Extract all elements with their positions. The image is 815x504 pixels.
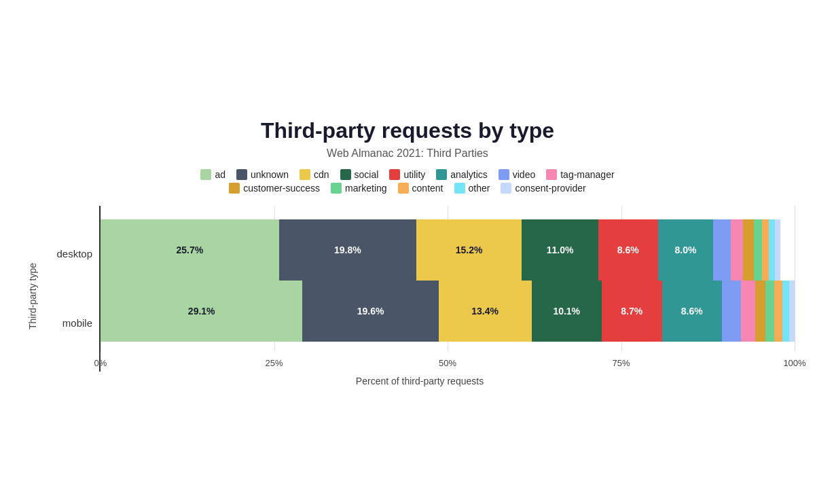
bar-label-desktop-unknown: 19.8% <box>334 245 361 255</box>
legend-label-analytics: analytics <box>450 169 487 180</box>
bar-row-desktop: 25.7%19.8%15.2%11.0%8.6%8.0% <box>101 219 795 281</box>
bar-segment-desktop-marketing <box>754 219 762 281</box>
bar-segment-desktop-content <box>762 219 769 281</box>
bar-segment-desktop-cdn: 15.2% <box>416 219 522 281</box>
grid-line-100 <box>795 206 795 351</box>
legend-label-content: content <box>412 183 443 194</box>
legend-item-content: content <box>398 183 443 194</box>
legend-label-cdn: cdn <box>314 169 329 180</box>
chart-inner: desktopmobile 25.7%19.8%15.2%11.0%8.6%8.… <box>45 206 795 386</box>
bar-segment-desktop-analytics: 8.0% <box>658 219 714 281</box>
bar-label-mobile-unknown: 19.6% <box>357 306 384 317</box>
legend-swatch-utility <box>389 169 400 180</box>
chart-title: Third-party requests by type <box>20 118 795 143</box>
legend-swatch-video <box>499 169 509 180</box>
legend-item-social: social <box>340 169 379 180</box>
legend-label-marketing: marketing <box>345 183 386 194</box>
bar-segment-desktop-video <box>713 219 731 281</box>
legend-swatch-consent-provider <box>501 183 511 194</box>
bar-segment-mobile-analytics: 8.6% <box>662 281 722 342</box>
bar-label-desktop-cdn: 15.2% <box>456 245 483 255</box>
bar-segment-mobile-cdn: 13.4% <box>439 281 532 342</box>
chart-container: Third-party requests by type Web Almanac… <box>14 105 801 400</box>
bar-segment-mobile-content <box>774 281 782 342</box>
legend-label-social: social <box>355 169 379 180</box>
legend-item-unknown: unknown <box>236 169 289 180</box>
chart-subtitle: Web Almanac 2021: Third Parties <box>20 147 795 160</box>
bar-segment-desktop-consent-provider <box>775 219 780 281</box>
legend-swatch-ad <box>200 169 211 180</box>
y-categories: desktopmobile <box>45 206 99 372</box>
legend-label-customer-success: customer-success <box>243 183 320 194</box>
bar-segment-desktop-unknown: 19.8% <box>279 219 416 281</box>
legend-label-unknown: unknown <box>251 169 289 180</box>
bar-segment-mobile-consent-provider <box>789 281 795 342</box>
bar-label-desktop-ad: 25.7% <box>176 245 203 255</box>
legend-swatch-marketing <box>331 183 342 194</box>
bar-label-mobile-analytics: 8.6% <box>681 306 703 317</box>
legend-label-utility: utility <box>403 169 425 180</box>
legend-label-tag-manager: tag-manager <box>560 169 614 180</box>
bar-segment-mobile-ad: 29.1% <box>101 281 302 342</box>
legend-label-consent-provider: consent-provider <box>515 183 585 194</box>
bar-segment-mobile-tag-manager <box>741 281 755 342</box>
x-axis-label: Percent of third-party requests <box>45 376 795 386</box>
x-tick-75: 75% <box>612 358 630 368</box>
bar-label-desktop-analytics: 8.0% <box>675 245 697 255</box>
bar-segment-desktop-tag-manager <box>731 219 743 281</box>
y-axis-label: Third-party type <box>27 262 38 329</box>
legend-item-cdn: cdn <box>300 169 329 180</box>
legend-item-consent-provider: consent-provider <box>501 183 585 194</box>
bars-section: 25.7%19.8%15.2%11.0%8.6%8.0%29.1%19.6%13… <box>99 206 795 372</box>
x-axis: 0%25%50%75%100% <box>101 355 795 372</box>
bar-segment-desktop-ad: 25.7% <box>101 219 279 281</box>
legend-swatch-analytics <box>436 169 447 180</box>
legend-item-video: video <box>499 169 535 180</box>
legend-label-other: other <box>469 183 490 194</box>
legend-item-other: other <box>454 183 490 194</box>
bar-segment-desktop-utility: 8.6% <box>598 219 658 281</box>
legend: adunknowncdnsocialutilityanalyticsvideot… <box>20 169 795 194</box>
x-tick-25: 25% <box>265 358 283 368</box>
y-axis-label-container: Third-party type <box>20 206 45 386</box>
bar-segment-mobile-utility: 8.7% <box>602 281 662 342</box>
y-category-desktop: desktop <box>45 248 92 259</box>
legend-swatch-cdn <box>300 169 310 180</box>
legend-swatch-tag-manager <box>546 169 557 180</box>
bar-segment-desktop-other <box>769 219 775 281</box>
bar-segment-mobile-unknown: 19.6% <box>302 281 438 342</box>
legend-swatch-content <box>398 183 409 194</box>
bar-segment-mobile-marketing <box>765 281 774 342</box>
bar-label-mobile-cdn: 13.4% <box>471 306 499 317</box>
bars-rows: 25.7%19.8%15.2%11.0%8.6%8.0%29.1%19.6%13… <box>101 206 795 355</box>
bar-segment-mobile-customer-success <box>755 281 765 342</box>
y-category-mobile: mobile <box>45 317 92 329</box>
bar-segment-mobile-social: 10.1% <box>532 281 602 342</box>
bar-segment-desktop-social: 11.0% <box>522 219 598 281</box>
bar-segment-mobile-video <box>722 281 742 342</box>
legend-item-marketing: marketing <box>331 183 386 194</box>
legend-item-ad: ad <box>200 169 225 180</box>
legend-swatch-unknown <box>236 169 247 180</box>
bars-and-yaxis: desktopmobile 25.7%19.8%15.2%11.0%8.6%8.… <box>45 206 795 372</box>
legend-label-ad: ad <box>215 169 225 180</box>
legend-item-customer-success: customer-success <box>229 183 320 194</box>
x-tick-100: 100% <box>783 358 805 368</box>
legend-item-utility: utility <box>389 169 425 180</box>
bar-row-mobile: 29.1%19.6%13.4%10.1%8.7%8.6% <box>101 281 795 342</box>
x-tick-50: 50% <box>439 358 456 368</box>
bar-label-desktop-utility: 8.6% <box>617 245 639 255</box>
bar-segment-desktop-customer-success <box>743 219 753 281</box>
bar-label-desktop-social: 11.0% <box>547 245 574 255</box>
legend-swatch-social <box>340 169 351 180</box>
bar-label-mobile-social: 10.1% <box>553 306 580 317</box>
bar-label-mobile-utility: 8.7% <box>621 306 642 317</box>
legend-label-video: video <box>513 169 535 180</box>
legend-item-tag-manager: tag-manager <box>546 169 614 180</box>
bar-segment-mobile-other <box>782 281 789 342</box>
legend-item-analytics: analytics <box>436 169 487 180</box>
chart-area: Third-party type desktopmobile 25.7%19.8… <box>20 206 795 386</box>
legend-swatch-other <box>454 183 465 194</box>
legend-swatch-customer-success <box>229 183 240 194</box>
x-tick-0: 0% <box>94 358 107 368</box>
